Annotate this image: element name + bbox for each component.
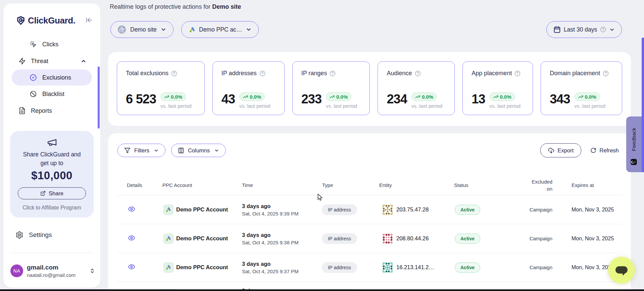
sidebar-item-threat[interactable]: Threat xyxy=(3,53,100,69)
page-subtitle: Realtime logs of protective actions for … xyxy=(110,3,241,10)
stat-delta-badge: 0.0% xyxy=(575,92,600,101)
eye-icon xyxy=(128,205,135,213)
trending-up-icon xyxy=(415,94,420,99)
status-cell: Active xyxy=(450,262,513,273)
feedback-widget-icon xyxy=(631,159,637,165)
entity-identicon xyxy=(382,233,393,244)
main-scrollbar-thumb[interactable] xyxy=(642,38,644,172)
calendar-icon xyxy=(553,26,561,33)
window-bottom-edge xyxy=(0,289,644,291)
ban-icon xyxy=(30,90,37,98)
table-toolbar: Filters Columns Export Refresh xyxy=(108,133,631,157)
sidebar-item-clicks[interactable]: Clicks xyxy=(3,36,100,53)
expires-at-cell: Mon, Nov 3, 2025 xyxy=(553,207,622,213)
stat-card-value: 234 xyxy=(387,92,407,106)
time-cell: 3 days ago Sat, Oct 4, 2025 9:39 PM xyxy=(237,203,317,216)
user-menu[interactable]: NA gmail.com naatali.ro@gmail.com xyxy=(10,264,95,278)
badge-check-icon xyxy=(30,74,37,81)
sidebar-item-blacklist[interactable]: Blacklist xyxy=(3,86,100,102)
stat-delta-note: vs. last period xyxy=(575,103,606,109)
brand-wordmark: ClickGuard. xyxy=(28,15,76,26)
sidebar-item-reports[interactable]: Reports xyxy=(3,102,100,119)
col-header-expires-at[interactable]: Expires at xyxy=(553,182,622,188)
col-header-status[interactable]: Status xyxy=(450,182,513,188)
stat-card-value: 233 xyxy=(301,92,321,106)
sidebar-item-label: Blacklist xyxy=(42,91,64,98)
refresh-icon xyxy=(590,147,596,153)
col-header-excluded-on[interactable]: Excluded on xyxy=(513,178,553,192)
trending-up-icon xyxy=(243,94,248,99)
col-header-entity[interactable]: Entity xyxy=(374,182,450,188)
stat-card-value: 343 xyxy=(550,92,570,106)
share-button[interactable]: Share xyxy=(18,187,86,199)
columns-button[interactable]: Columns xyxy=(171,144,226,157)
chat-launcher-button[interactable] xyxy=(608,257,635,284)
ppc-account-cell: Demo PPC Account xyxy=(158,262,237,273)
sidebar-item-label: Exclusions xyxy=(42,74,71,81)
ppc-account-cell: Demo PPC Account xyxy=(158,204,237,215)
excluded-on-cell: Campaign xyxy=(513,236,553,241)
view-details-button[interactable] xyxy=(128,263,135,271)
trending-up-icon xyxy=(578,94,583,99)
chevrons-up-down-icon[interactable] xyxy=(90,268,95,274)
table-row[interactable]: Demo PPC Account 3 days ago Sat, Oct 4, … xyxy=(117,253,622,282)
affiliate-link[interactable]: Click to Affiliate Program xyxy=(10,205,94,211)
sidebar-divider xyxy=(10,253,94,253)
date-range-value: Last 30 days xyxy=(564,26,597,33)
details-cell xyxy=(117,205,158,214)
status-badge: Active xyxy=(455,234,480,244)
site-selector[interactable]: Demo site xyxy=(110,21,174,38)
table-row[interactable]: Demo PPC Account 3 days ago Sat, Oct 4, … xyxy=(117,224,622,253)
date-range-selector[interactable]: Last 30 days xyxy=(546,21,622,38)
chevron-down-icon xyxy=(214,148,219,153)
export-button[interactable]: Export xyxy=(540,143,582,157)
time-cell: 3 days ago Sat, Oct 4, 2025 9:37 PM xyxy=(237,261,317,274)
stat-card: Total exclusions 6 523 0.0% vs. last per… xyxy=(117,61,205,115)
stat-delta-note: vs. last period xyxy=(411,103,443,109)
col-header-time[interactable]: Time xyxy=(237,182,317,188)
document-icon xyxy=(18,107,26,114)
cursor-click-icon xyxy=(30,41,37,48)
entity-cell: 208.80.44.26 xyxy=(374,233,450,244)
page-subtitle-site: Demo site xyxy=(212,3,241,10)
stat-card-value: 13 xyxy=(472,92,485,106)
google-ads-badge xyxy=(163,233,174,244)
sidebar-scrollbar-thumb[interactable] xyxy=(98,66,100,129)
sidebar-item-exclusions[interactable]: Exclusions xyxy=(12,69,92,86)
col-header-ppc-account[interactable]: PPC Account xyxy=(158,182,237,188)
table-row[interactable]: Demo PPC Account 3 days ago Sat, Oct 4, … xyxy=(117,195,622,224)
refresh-button[interactable]: Refresh xyxy=(590,147,619,154)
help-circle-icon xyxy=(259,70,265,77)
exclusions-table-card: Filters Columns Export Refresh Details P… xyxy=(108,133,631,291)
stat-card-title: IP addresses xyxy=(221,70,276,77)
help-circle-icon xyxy=(171,70,177,77)
user-meta: gmail.com naatali.ro@gmail.com xyxy=(27,264,76,278)
stat-card: App placement 13 0.0% vs. last period xyxy=(462,61,533,115)
settings-label: Settings xyxy=(29,231,52,239)
chevron-down-icon xyxy=(609,27,615,33)
chevron-down-icon xyxy=(160,27,166,33)
brand-logo: ClickGuard. xyxy=(16,15,76,26)
help-circle-icon xyxy=(603,70,609,77)
clickguard-shield-icon xyxy=(16,16,25,26)
status-badge: Active xyxy=(455,262,480,273)
type-cell: IP address xyxy=(317,233,374,244)
ppc-account-selector[interactable]: Demo PPC ac… xyxy=(181,21,259,38)
user-name: gmail.com xyxy=(27,264,76,271)
sidebar-item-settings[interactable]: Settings xyxy=(15,231,52,239)
ppc-account-selector-value: Demo PPC ac… xyxy=(199,26,242,33)
user-email: naatali.ro@gmail.com xyxy=(27,272,76,278)
filters-button[interactable]: Filters xyxy=(117,144,165,157)
view-details-button[interactable] xyxy=(128,205,135,213)
sidebar-item-label: Clicks xyxy=(42,41,58,48)
site-selector-value: Demo site xyxy=(130,26,157,33)
col-header-type[interactable]: Type xyxy=(317,182,374,188)
view-details-button[interactable] xyxy=(128,234,135,242)
col-header-details[interactable]: Details xyxy=(117,182,158,188)
globe-icon xyxy=(117,25,126,34)
chat-bubble-icon xyxy=(615,264,628,276)
trending-up-icon xyxy=(330,94,335,99)
sidebar-collapse-icon[interactable] xyxy=(85,16,93,24)
status-badge: Active xyxy=(455,205,480,215)
sidebar-item-label: Reports xyxy=(31,107,52,114)
